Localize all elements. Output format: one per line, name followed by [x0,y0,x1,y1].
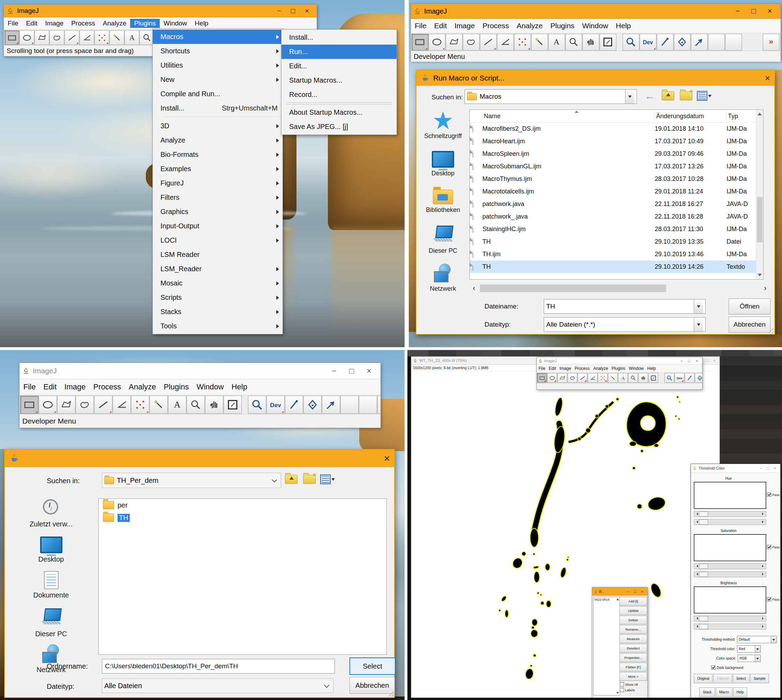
plugins-menu-item[interactable]: LOCI [153,233,282,248]
threshold-button[interactable]: Macro [716,687,732,697]
sidebar-place[interactable]: Desktop [419,149,467,177]
close-button[interactable]: × [360,367,378,376]
oval-tool-icon[interactable] [20,30,34,45]
checkbox-icon[interactable] [711,665,715,670]
line-tool-icon[interactable] [480,34,497,50]
menu-item[interactable]: Help [646,366,658,371]
empty-tool-slot[interactable] [359,396,377,414]
macros-submenu-item[interactable]: Save As JPEG... [j] [281,120,397,134]
zoom-tool-icon[interactable] [565,34,582,50]
plugins-menu-item[interactable]: Examples [153,162,282,176]
macros-submenu-item[interactable]: About Startup Macros... [281,105,397,120]
close-button[interactable]: × [711,358,718,363]
method-combobox[interactable]: Default [737,636,777,643]
roi-button[interactable]: More » [620,672,647,681]
roi-button[interactable]: Properties... [620,653,647,662]
back-button[interactable]: ← [642,89,657,102]
up-folder-button[interactable] [661,89,675,102]
sidebar-place[interactable]: Desktop [8,534,94,563]
imagej-titlebar[interactable]: ImageJ − □ × [537,357,702,365]
minimize-button[interactable]: − [272,7,286,15]
sidebar-place[interactable]: Bibliotheken [419,186,467,214]
maximize-button[interactable]: □ [286,7,300,15]
view-menu-button[interactable] [697,89,712,102]
polygon-tool-icon[interactable] [57,396,75,414]
oval-tool-icon[interactable] [39,396,57,414]
minimize-button[interactable]: − [678,359,685,363]
file-row[interactable]: TH 29.10.2019 14:26 Textdo [470,260,756,273]
freehand-tool-icon[interactable] [463,34,480,50]
dark-background-checkbox[interactable]: Dark background [711,665,780,670]
plugins-menu-item[interactable]: Input-Output [153,219,282,233]
roi-checkbox[interactable]: Show All [620,682,646,687]
angle-tool-icon[interactable] [497,34,514,50]
minimize-button[interactable]: − [326,367,343,376]
rectangle-tool-icon[interactable] [537,373,547,383]
dev-menu-icon[interactable] [640,34,657,50]
menu-item[interactable]: Analyze [513,21,546,31]
roi-list-item[interactable]: 0622-0819 [594,598,620,601]
roi-button[interactable]: Delete [620,616,647,624]
file-row[interactable]: TH.ijm 29.10.2019 13:46 IJM-Da [470,248,756,260]
freehand-tool-icon[interactable] [76,396,94,414]
pass-checkbox[interactable]: Pass [767,597,780,601]
text-tool-icon[interactable] [125,30,139,45]
roi-list[interactable]: 0622-0819 [593,597,620,695]
plugins-menu-item[interactable]: Utilities [153,58,282,73]
imagej-titlebar[interactable]: ImageJ − □ × [4,5,317,17]
file-row[interactable]: StainingIHC.ijm 28.03.2017 11:30 IJM-Da [470,223,756,235]
search-icon[interactable] [248,396,266,414]
text-tool-icon[interactable] [168,396,186,414]
menu-item[interactable]: File [4,19,22,28]
hand-tool-icon[interactable] [638,373,648,383]
fill-tool-icon[interactable] [674,34,691,50]
macros-submenu-item[interactable]: Record... [281,88,397,102]
threshold-button[interactable]: Original [694,674,713,683]
empty-tool-slot[interactable] [341,396,359,414]
close-icon[interactable]: × [384,452,390,464]
search-icon[interactable] [623,34,639,50]
empty-tool-slot[interactable] [725,34,742,50]
more-tools-icon[interactable] [763,34,780,50]
picker-tool-icon[interactable] [224,396,242,414]
scroll-left-icon[interactable]: ‹ [470,284,478,293]
oval-tool-icon[interactable] [429,34,445,50]
empty-tool-slot[interactable] [708,34,725,50]
menu-item[interactable]: Analyze [125,382,160,392]
plugins-menu-item[interactable]: Filters [153,190,282,205]
threshold-button[interactable]: Help [733,687,747,697]
menu-item[interactable]: Edit [39,382,60,392]
roi-button[interactable]: Rename... [620,625,647,634]
menu-item[interactable]: Edit [430,21,451,31]
folder-combobox[interactable]: TH_Per_dem [102,473,281,488]
pass-checkbox[interactable]: Pass [767,545,780,549]
combo-dropdown-button[interactable] [694,300,703,313]
close-button[interactable]: × [300,7,314,15]
range-max-slider[interactable] [694,519,766,525]
cancel-button[interactable]: Abbrechen [729,317,770,333]
plugins-menu-item[interactable]: Scripts [153,290,282,305]
threshold-titlebar[interactable]: Threshold Color − □ × [691,464,780,473]
roi-button[interactable]: Add [t] [620,597,647,605]
line-tool-icon[interactable] [578,373,587,383]
brush-tool-icon[interactable] [685,373,695,383]
maximize-button[interactable]: □ [765,466,772,470]
vertical-scrollbar[interactable] [756,110,763,279]
dialog-titlebar[interactable]: × [5,450,394,467]
menu-item[interactable]: Edit [547,366,558,371]
dialog-titlebar[interactable]: Run Macro or Script... × [416,70,774,86]
plugins-menu-item[interactable]: New [153,73,282,87]
plugins-menu-item[interactable]: Stacks [153,305,282,319]
menu-item[interactable]: Help [228,382,251,392]
file-row[interactable]: TH 29.10.2019 13:35 Datei [470,235,756,248]
threshold-button[interactable]: Filtered [713,674,732,683]
menu-item[interactable]: Window [578,21,612,31]
file-row[interactable]: Macrototalcells.ijm 29.01.2018 11:24 IJM… [470,185,756,198]
fill-tool-icon[interactable] [695,373,702,383]
menu-item[interactable]: Analyze [99,19,130,28]
rectangle-tool-icon[interactable] [20,396,38,414]
freehand-tool-icon[interactable] [50,30,64,45]
menu-item[interactable]: Plugins [610,366,627,371]
view-menu-button[interactable] [320,473,335,486]
menu-item[interactable]: Plugins [546,21,578,31]
